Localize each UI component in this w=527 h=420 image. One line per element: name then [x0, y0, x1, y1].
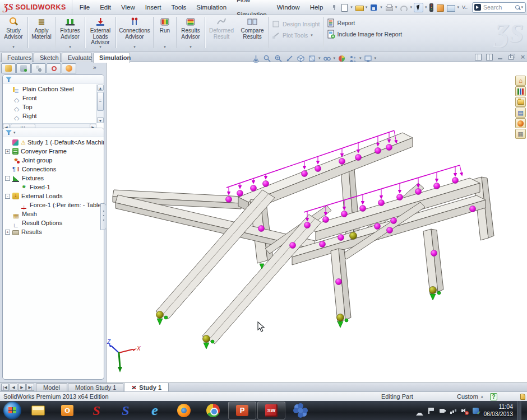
- show-desktop-button[interactable]: [517, 401, 521, 420]
- filter-dropdown-icon[interactable]: ▾: [13, 130, 16, 135]
- graphics-viewport[interactable]: Z X ⌂ ▤ ▦: [107, 62, 527, 382]
- zoom-area-icon[interactable]: [262, 54, 272, 63]
- configurationmanager-tab-icon[interactable]: [31, 63, 46, 73]
- first-tab-icon[interactable]: |◀: [1, 384, 9, 391]
- options-icon[interactable]: [446, 3, 455, 12]
- dimxpert-tab-icon[interactable]: [47, 63, 61, 73]
- menu-item[interactable]: Tools: [167, 0, 192, 15]
- taskbar-app-red-s-button[interactable]: S: [82, 402, 110, 419]
- search-dropdown-icon[interactable]: ▾: [521, 5, 524, 10]
- taskbar-recorder-button[interactable]: [286, 402, 315, 419]
- action-center-flag-icon[interactable]: [427, 407, 434, 414]
- study-advisor-button[interactable]: Study Advisor ▾: [0, 15, 27, 50]
- view-settings-icon[interactable]: [363, 54, 373, 63]
- taskbar-clock[interactable]: 11:04 06/03/2013: [483, 403, 513, 418]
- section-view-icon[interactable]: [285, 54, 294, 63]
- taskbar-ie-button[interactable]: e: [141, 402, 169, 419]
- tab-study-1[interactable]: Study 1: [124, 382, 169, 391]
- doc-minimize-icon[interactable]: [496, 53, 505, 60]
- zoom-fit-icon[interactable]: [251, 54, 261, 63]
- toolbar-overflow[interactable]: V..: [461, 3, 469, 12]
- scroll-up-icon[interactable]: ▲: [97, 85, 104, 91]
- hide-show-items-icon[interactable]: [322, 54, 332, 63]
- tab-features[interactable]: Features: [1, 53, 33, 62]
- unit-system-selector[interactable]: Custom▴: [457, 393, 483, 400]
- expander-icon[interactable]: +: [5, 149, 10, 154]
- scroll-down-icon[interactable]: ▼: [97, 117, 104, 123]
- run-button[interactable]: Run ▾: [154, 15, 175, 50]
- resources-tab-icon[interactable]: ⌂: [515, 76, 526, 86]
- tree-item[interactable]: Joint group: [3, 156, 104, 165]
- filter-header[interactable]: ▾: [3, 128, 104, 137]
- search-input[interactable]: Search: [481, 4, 514, 11]
- dropdown-icon[interactable]: ▾: [99, 45, 101, 49]
- expander-icon[interactable]: +: [5, 230, 10, 235]
- menu-item[interactable]: View: [116, 0, 140, 15]
- quick-tips-icon[interactable]: ?: [490, 393, 497, 400]
- tree-item[interactable]: Force-1 (:Per item: - Table D: [3, 200, 104, 209]
- tree-item[interactable]: Right: [3, 111, 96, 120]
- tree-item[interactable]: - External Loads: [3, 192, 104, 200]
- vertical-scrollbar[interactable]: ▲ ≡ ▼: [96, 85, 104, 123]
- results-advisor-button[interactable]: Results Advisor ▾: [177, 15, 204, 50]
- taskbar-firefox-button[interactable]: [170, 402, 198, 419]
- rebuild-icon[interactable]: [428, 3, 434, 12]
- featuremanager-tab-icon[interactable]: [1, 63, 16, 73]
- print-icon[interactable]: [384, 3, 394, 12]
- taskbar-chrome-button[interactable]: [199, 402, 227, 419]
- dropdown-icon[interactable]: ▾: [69, 45, 71, 49]
- new-document-icon[interactable]: [339, 3, 349, 12]
- tree-item[interactable]: Plain Carbon Steel: [3, 85, 96, 94]
- split-pane-icon[interactable]: [474, 53, 482, 60]
- undo-icon[interactable]: [399, 3, 408, 12]
- tab-motion-study-1[interactable]: Motion Study 1: [68, 383, 123, 391]
- connections-advisor-button[interactable]: Connections Advisor ▾: [117, 15, 152, 50]
- volume-muted-icon[interactable]: o: [461, 407, 468, 414]
- last-tab-icon[interactable]: ▶|: [26, 384, 34, 391]
- menu-item[interactable]: Edit: [95, 0, 116, 15]
- dropdown-icon[interactable]: ▾: [318, 56, 321, 60]
- apply-material-button[interactable]: ≣ Apply Material: [29, 15, 54, 50]
- search-box[interactable]: Search ▾: [472, 2, 526, 13]
- network-icon[interactable]: [450, 407, 457, 414]
- menu-item[interactable]: Simulation: [191, 0, 232, 15]
- report-button[interactable]: Report: [324, 17, 405, 29]
- menu-item[interactable]: Insert: [140, 0, 167, 15]
- tree-item[interactable]: - Fixtures: [3, 174, 104, 183]
- tab-simulation[interactable]: Simulation: [93, 53, 130, 63]
- menu-item[interactable]: Window: [272, 0, 305, 15]
- start-button[interactable]: [3, 402, 21, 419]
- tree-item[interactable]: Result Options: [3, 218, 104, 227]
- save-icon[interactable]: [369, 3, 378, 12]
- include-image-for-report-button[interactable]: Include Image for Report: [324, 29, 405, 40]
- prev-tab-icon[interactable]: ◀: [10, 384, 17, 391]
- menu-item[interactable]: Help: [305, 0, 329, 15]
- displaymanager-tab-icon[interactable]: [62, 63, 76, 73]
- dropdown-icon[interactable]: ▾: [189, 45, 192, 49]
- taskbar-solidworks-button[interactable]: SW: [257, 402, 285, 419]
- tree-item[interactable]: Top: [3, 102, 96, 111]
- expander-icon[interactable]: -: [5, 194, 10, 199]
- tree-item[interactable]: Mesh: [3, 209, 104, 218]
- dropdown-icon[interactable]: ▾: [164, 45, 166, 49]
- power-icon[interactable]: [438, 407, 446, 414]
- apply-scene-icon[interactable]: [348, 54, 358, 63]
- expander-icon[interactable]: -: [5, 176, 10, 181]
- fixtures-advisor-button[interactable]: Fixtures Advisor ▾: [56, 15, 84, 50]
- compare-results-button[interactable]: Compare Results: [237, 15, 267, 50]
- dropdown-icon[interactable]: ▾: [12, 45, 15, 49]
- new-window-icon[interactable]: [485, 53, 493, 60]
- filter-header[interactable]: [3, 75, 104, 84]
- tree-item[interactable]: + Results: [3, 227, 104, 236]
- view-palette-tab-icon[interactable]: ▤: [515, 108, 526, 118]
- tree-item[interactable]: Study 1 (-Default<As Machined: [3, 138, 104, 147]
- edit-appearance-icon[interactable]: [337, 54, 346, 63]
- tree-item[interactable]: + Conveyor Frame: [3, 147, 104, 156]
- tab-sketch[interactable]: Sketch: [34, 53, 61, 62]
- external-loads-advisor-button[interactable]: External Loads Advisor ▾: [86, 15, 115, 50]
- tree-item[interactable]: Fixed-1: [3, 183, 104, 192]
- sync-icon[interactable]: [472, 407, 479, 414]
- doc-restore-icon[interactable]: [507, 53, 516, 60]
- dropdown-icon[interactable]: ▾: [359, 56, 362, 60]
- propertymanager-tab-icon[interactable]: [16, 63, 31, 73]
